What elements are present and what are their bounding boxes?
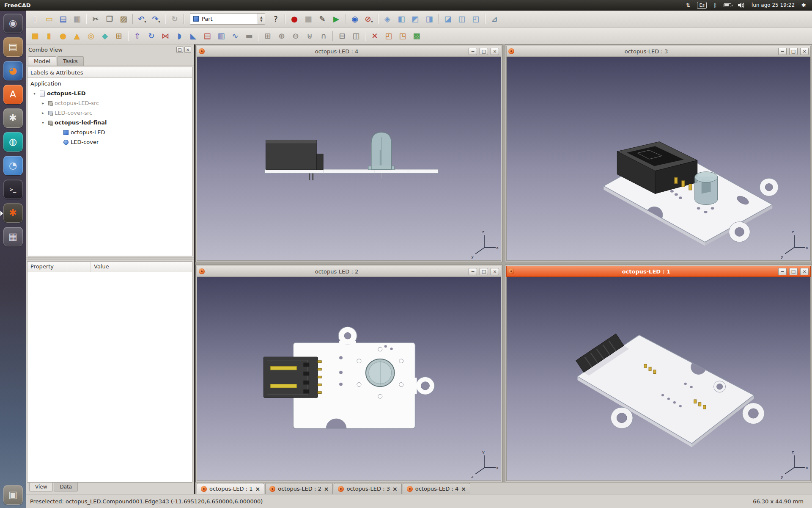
- sweep-icon[interactable]: ∿: [228, 30, 242, 42]
- 3d-viewport-3[interactable]: z x y: [506, 57, 811, 261]
- keyboard-layout-indicator[interactable]: Es: [697, 2, 707, 9]
- undo-icon[interactable]: ↶▾: [135, 13, 149, 25]
- document-tab[interactable]: octopus-LED : 3 ×: [334, 483, 401, 494]
- panel-splitter[interactable]: [26, 257, 194, 260]
- chamfer-icon[interactable]: ◣: [187, 30, 200, 42]
- tree-expander-icon[interactable]: ▾: [33, 91, 40, 96]
- macro-edit-icon[interactable]: ✎: [315, 13, 329, 25]
- session-menu-icon[interactable]: ✱: [801, 2, 806, 8]
- view-rear-icon[interactable]: ◪: [441, 13, 455, 25]
- view-top-icon[interactable]: ◩: [409, 13, 422, 25]
- document-tab[interactable]: octopus-LED : 4 ×: [403, 483, 470, 494]
- part-box-icon[interactable]: ■: [28, 30, 42, 42]
- window-maximize-button[interactable]: □: [480, 268, 488, 275]
- ubuntu-one-icon[interactable]: ◍: [3, 132, 23, 152]
- whatsthis-icon[interactable]: ?: [269, 13, 283, 25]
- chromium-icon[interactable]: ◔: [3, 156, 23, 175]
- property-column-header[interactable]: Property: [27, 262, 91, 272]
- boolean-intersection-icon[interactable]: ∩: [317, 30, 330, 42]
- cross-sections-icon[interactable]: ✕: [368, 30, 381, 42]
- ruled-surface-icon[interactable]: ▤: [200, 30, 214, 42]
- value-column-header[interactable]: Value: [91, 262, 112, 272]
- part-sphere-icon[interactable]: ●: [56, 30, 70, 42]
- boolean-cut-icon[interactable]: ⊖: [289, 30, 302, 42]
- fillet-icon[interactable]: ◗: [173, 30, 186, 42]
- 3d-viewport-4[interactable]: z x y: [197, 57, 501, 261]
- loft-icon[interactable]: ▥: [214, 30, 228, 42]
- macro-play-icon[interactable]: ▶: [329, 13, 343, 25]
- open-file-icon[interactable]: ▭: [42, 13, 56, 25]
- view-left-icon[interactable]: ◰: [469, 13, 483, 25]
- dash-home-icon[interactable]: ◉: [3, 14, 23, 33]
- import-step-icon[interactable]: ◰: [382, 30, 395, 42]
- window-close-button[interactable]: ×: [800, 48, 809, 55]
- battery-icon[interactable]: [724, 3, 731, 7]
- freecad-icon[interactable]: ✱: [3, 203, 23, 223]
- combo-view-tab[interactable]: Model: [28, 56, 56, 66]
- export-step-icon[interactable]: ◳: [396, 30, 409, 42]
- workspace-switcher-icon[interactable]: ▦: [3, 227, 23, 246]
- window-titlebar[interactable]: octopus-LED : 1 ─ □ ×: [506, 266, 811, 277]
- tree-item[interactable]: ▾ octopus-led-final: [27, 118, 192, 127]
- view-isometric-icon[interactable]: ◈: [381, 13, 394, 25]
- tab-close-icon[interactable]: ×: [461, 486, 466, 492]
- window-maximize-button[interactable]: □: [480, 48, 488, 55]
- document-tab[interactable]: octopus-LED : 2 ×: [265, 483, 333, 494]
- tree-header[interactable]: Labels & Attributes: [27, 67, 192, 78]
- 3d-viewport-1[interactable]: z x y: [506, 277, 811, 481]
- 3d-viewport-2[interactable]: y x z: [197, 277, 501, 481]
- window-close-button[interactable]: ×: [800, 268, 809, 275]
- image-viewer-icon[interactable]: ▣: [3, 485, 23, 505]
- tree-item[interactable]: LED-cover: [27, 137, 192, 147]
- connect-objects-icon[interactable]: ⊟: [335, 30, 349, 42]
- tree-item[interactable]: Application: [27, 79, 192, 88]
- combo-view-tab[interactable]: Tasks: [57, 56, 84, 66]
- view-fit-all-icon[interactable]: ◉: [348, 13, 362, 25]
- window-maximize-button[interactable]: □: [789, 268, 798, 275]
- clock[interactable]: lun ago 25 19:22: [752, 2, 795, 8]
- dock-float-button[interactable]: □: [176, 47, 183, 53]
- measure-distance-icon[interactable]: ⊿: [488, 13, 501, 25]
- document-tab[interactable]: octopus-LED : 1 ×: [197, 483, 264, 494]
- system-settings-icon[interactable]: ✱: [3, 108, 23, 128]
- workbench-spinner[interactable]: ▲▼: [258, 14, 265, 24]
- view-bottom-icon[interactable]: ◫: [455, 13, 469, 25]
- section-icon[interactable]: ▬: [242, 30, 256, 42]
- compound-icon[interactable]: ⊞: [261, 30, 274, 42]
- tree-expander-icon[interactable]: ▸: [42, 110, 48, 115]
- part-torus-icon[interactable]: ◎: [84, 30, 98, 42]
- draw-style-icon[interactable]: ⊘▾: [362, 13, 376, 25]
- window-minimize-button[interactable]: ─: [778, 48, 787, 55]
- window-close-button[interactable]: ×: [491, 268, 499, 275]
- tab-close-icon[interactable]: ×: [255, 486, 261, 492]
- macro-stop-icon[interactable]: ■: [302, 13, 315, 25]
- print-icon[interactable]: ▥: [70, 13, 84, 25]
- refresh-icon[interactable]: ↻: [168, 13, 181, 25]
- window-minimize-button[interactable]: ─: [778, 268, 787, 275]
- part-primitives-icon[interactable]: ◆: [98, 30, 112, 42]
- revolve-icon[interactable]: ↻: [145, 30, 158, 42]
- tree-item[interactable]: ▾ octopus-LED: [27, 88, 192, 98]
- tree-expander-icon[interactable]: ▸: [42, 101, 48, 105]
- macro-record-icon[interactable]: ●: [288, 13, 301, 25]
- property-view-tab[interactable]: Data: [54, 483, 78, 491]
- software-center-icon[interactable]: A: [3, 85, 23, 104]
- view-front-icon[interactable]: ◧: [395, 13, 408, 25]
- window-titlebar[interactable]: octopus-LED : 3 ─ □ ×: [506, 46, 811, 57]
- property-view-tab[interactable]: View: [29, 483, 53, 491]
- paste-icon[interactable]: ▨: [117, 13, 130, 25]
- terminal-icon[interactable]: >_: [3, 179, 23, 199]
- dock-close-button[interactable]: ×: [184, 47, 191, 53]
- shape-builder-icon[interactable]: ⊞: [112, 30, 126, 42]
- refine-shape-icon[interactable]: ▩: [410, 30, 423, 42]
- part-cone-icon[interactable]: ▲: [70, 30, 84, 42]
- boolean-icon[interactable]: ⊕: [275, 30, 288, 42]
- workbench-selector[interactable]: Part ▲▼: [190, 13, 265, 25]
- save-icon[interactable]: ▤: [56, 13, 70, 25]
- window-minimize-button[interactable]: ─: [469, 48, 477, 55]
- tree-item[interactable]: ▸ LED-cover-src: [27, 108, 192, 118]
- view-right-icon[interactable]: ◨: [422, 13, 436, 25]
- tree-expander-icon[interactable]: ▾: [42, 120, 48, 125]
- tree-item[interactable]: ▸ octopus-LED-src: [27, 98, 192, 108]
- network-icon[interactable]: ⇅: [686, 2, 691, 8]
